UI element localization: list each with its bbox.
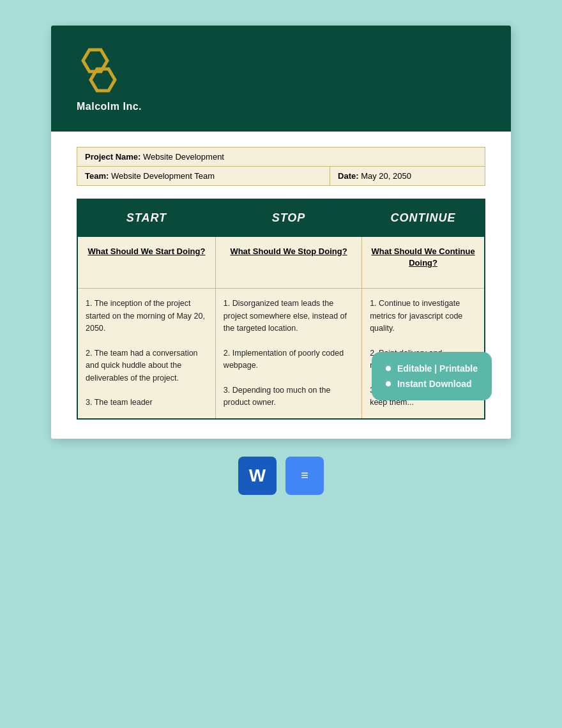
continue-item-1: 1. Continue to investigate metrics for j…	[370, 298, 476, 335]
team-value: Website Development Team	[111, 171, 215, 181]
header-continue: CONTINUE	[362, 199, 485, 237]
stop-item-3: 3. Depending too much on the product own…	[224, 384, 354, 409]
feature-badge: Editable | Printable Instant Download	[372, 352, 492, 400]
badge-label-2: Instant Download	[397, 379, 472, 389]
stop-content: 1. Disorganized team leads the project s…	[224, 298, 354, 409]
badge-label-1: Editable | Printable	[397, 363, 478, 374]
project-name-cell: Project Name: Website Development	[77, 148, 485, 167]
badge-dot-2	[386, 381, 391, 386]
info-table: Project Name: Website Development Team: …	[77, 147, 485, 186]
info-row-project: Project Name: Website Development	[77, 148, 485, 167]
bottom-icons-area: W ≡	[238, 457, 324, 495]
start-content: 1. The inception of the project started …	[86, 298, 208, 409]
company-name: Malcolm Inc.	[77, 101, 142, 112]
continue-subheading: What Should We Continue Doing?	[370, 246, 476, 269]
project-label: Project Name:	[85, 152, 140, 162]
date-value: May 20, 2050	[361, 171, 411, 181]
date-label: Date:	[338, 171, 359, 181]
stop-item-2: 2. Implementation of poorly coded webpag…	[224, 347, 354, 372]
stop-subheading: What Should We Stop Doing?	[224, 246, 354, 257]
project-value: Website Development	[143, 152, 224, 162]
ssc-section: START STOP CONTINUE What Should We Start…	[51, 186, 511, 439]
svg-marker-1	[91, 69, 115, 91]
stop-heading-cell: What Should We Stop Doing?	[215, 237, 361, 289]
start-subheading: What Should We Start Doing?	[86, 246, 208, 257]
document-header: Malcolm Inc.	[51, 26, 511, 132]
start-heading-cell: What Should We Start Doing?	[77, 237, 215, 289]
word-icon-label: W	[249, 466, 266, 486]
continue-heading-cell: What Should We Continue Doing?	[362, 237, 485, 289]
header-start: START	[77, 199, 215, 237]
docs-icon-label: ≡	[301, 468, 308, 483]
stop-content-cell: 1. Disorganized team leads the project s…	[215, 289, 361, 419]
badge-item-1: Editable | Printable	[386, 363, 478, 374]
word-icon[interactable]: W	[238, 457, 277, 495]
ssc-header-row: START STOP CONTINUE	[77, 199, 485, 237]
header-stop: STOP	[215, 199, 361, 237]
team-cell: Team: Website Development Team	[77, 167, 330, 186]
ssc-subheading-row: What Should We Start Doing? What Should …	[77, 237, 485, 289]
badge-dot-1	[386, 366, 391, 371]
stop-item-1: 1. Disorganized team leads the project s…	[224, 298, 354, 335]
start-content-cell: 1. The inception of the project started …	[77, 289, 215, 419]
date-cell: Date: May 20, 2050	[330, 167, 485, 186]
document-container: Malcolm Inc. Project Name: Website Devel…	[51, 26, 511, 439]
info-section: Project Name: Website Development Team: …	[51, 132, 511, 186]
start-item-1: 1. The inception of the project started …	[86, 298, 208, 335]
start-item-2: 2. The team had a conversation and quick…	[86, 347, 208, 384]
team-label: Team:	[85, 171, 109, 181]
info-row-team: Team: Website Development Team Date: May…	[77, 167, 485, 186]
logo-area: Malcolm Inc.	[77, 45, 142, 112]
badge-item-2: Instant Download	[386, 379, 478, 389]
company-logo-icon	[77, 45, 128, 96]
start-item-3: 3. The team leader	[86, 397, 208, 409]
docs-icon[interactable]: ≡	[285, 457, 324, 495]
